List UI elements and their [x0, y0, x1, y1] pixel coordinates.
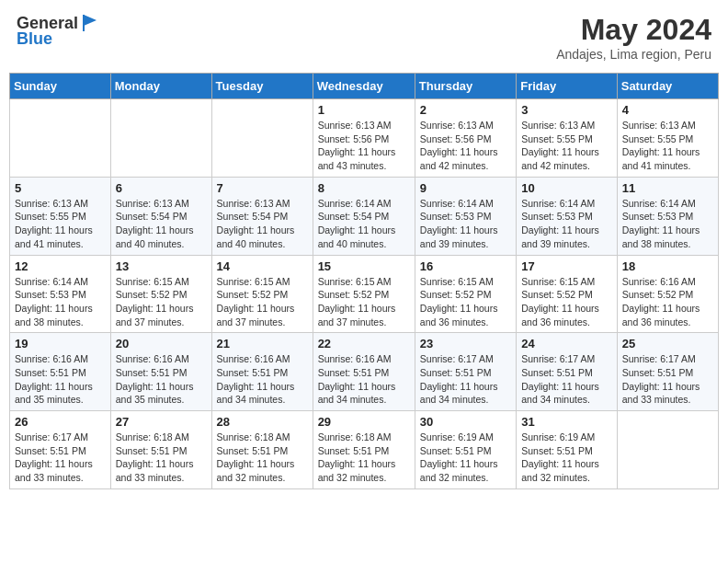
cell-date-number: 16	[420, 259, 511, 273]
cell-daylight: Daylight: 11 hours and 37 minutes.	[318, 302, 410, 328]
calendar-cell: 15 Sunrise: 6:15 AM Sunset: 5:52 PM Dayl…	[313, 255, 415, 333]
svg-marker-0	[84, 15, 97, 26]
cell-date-number: 6	[116, 181, 207, 195]
header-monday: Monday	[110, 74, 211, 99]
cell-date-number: 15	[318, 259, 410, 273]
cell-date-number: 14	[217, 259, 308, 273]
cell-sunrise: Sunrise: 6:19 AM	[420, 431, 511, 444]
cell-daylight: Daylight: 11 hours and 34 minutes.	[420, 380, 511, 407]
cell-daylight: Daylight: 11 hours and 40 minutes.	[217, 224, 308, 250]
header-saturday: Saturday	[617, 74, 718, 99]
cell-sunrise: Sunrise: 6:17 AM	[15, 431, 106, 444]
cell-date-number: 22	[318, 337, 410, 350]
cell-sunset: Sunset: 5:51 PM	[420, 366, 511, 380]
cell-sunrise: Sunrise: 6:15 AM	[217, 275, 308, 289]
cell-date-number: 10	[521, 181, 612, 195]
cell-sunset: Sunset: 5:51 PM	[15, 444, 106, 458]
cell-sunrise: Sunrise: 6:18 AM	[318, 431, 410, 444]
calendar-cell: 25 Sunrise: 6:17 AM Sunset: 5:51 PM Dayl…	[617, 333, 718, 411]
cell-date-number: 27	[116, 415, 207, 429]
cell-date-number: 25	[622, 337, 713, 350]
cell-sunrise: Sunrise: 6:13 AM	[622, 119, 713, 132]
cell-sunrise: Sunrise: 6:16 AM	[318, 352, 410, 366]
cell-date-number: 17	[521, 259, 612, 273]
cell-date-number: 5	[15, 181, 106, 195]
cell-sunset: Sunset: 5:55 PM	[15, 210, 106, 224]
cell-daylight: Daylight: 11 hours and 42 minutes.	[420, 145, 511, 172]
calendar-cell: 5 Sunrise: 6:13 AM Sunset: 5:55 PM Dayli…	[10, 177, 111, 255]
cell-sunset: Sunset: 5:51 PM	[420, 444, 511, 458]
location-subtitle: Andajes, Lima region, Peru	[556, 47, 711, 62]
cell-sunset: Sunset: 5:55 PM	[622, 132, 713, 146]
cell-sunrise: Sunrise: 6:15 AM	[116, 275, 207, 289]
cell-date-number: 11	[622, 181, 713, 195]
cell-daylight: Daylight: 11 hours and 34 minutes.	[521, 380, 612, 407]
cell-daylight: Daylight: 11 hours and 32 minutes.	[318, 457, 410, 484]
cell-sunrise: Sunrise: 6:15 AM	[420, 275, 511, 289]
cell-sunrise: Sunrise: 6:15 AM	[521, 275, 612, 289]
cell-date-number: 24	[521, 337, 612, 350]
calendar-cell: 22 Sunrise: 6:16 AM Sunset: 5:51 PM Dayl…	[313, 333, 415, 411]
cell-daylight: Daylight: 11 hours and 38 minutes.	[15, 302, 106, 328]
cell-sunrise: Sunrise: 6:14 AM	[318, 197, 410, 211]
cell-daylight: Daylight: 11 hours and 34 minutes.	[217, 380, 308, 407]
calendar-week-4: 19 Sunrise: 6:16 AM Sunset: 5:51 PM Dayl…	[10, 333, 719, 411]
cell-sunrise: Sunrise: 6:16 AM	[622, 275, 713, 289]
cell-date-number: 4	[622, 103, 713, 117]
cell-daylight: Daylight: 11 hours and 39 minutes.	[420, 224, 511, 250]
cell-sunrise: Sunrise: 6:18 AM	[217, 431, 308, 444]
calendar-cell: 13 Sunrise: 6:15 AM Sunset: 5:52 PM Dayl…	[110, 255, 211, 333]
cell-sunset: Sunset: 5:51 PM	[217, 444, 308, 458]
calendar-table: Sunday Monday Tuesday Wednesday Thursday…	[9, 73, 719, 489]
cell-date-number: 21	[217, 337, 308, 350]
cell-date-number: 2	[420, 103, 511, 117]
cell-sunrise: Sunrise: 6:17 AM	[521, 352, 612, 366]
cell-daylight: Daylight: 11 hours and 32 minutes.	[521, 457, 612, 484]
cell-date-number: 9	[420, 181, 511, 195]
logo-flag-icon	[80, 13, 100, 33]
cell-sunrise: Sunrise: 6:18 AM	[116, 431, 207, 444]
cell-daylight: Daylight: 11 hours and 41 minutes.	[15, 224, 106, 250]
cell-daylight: Daylight: 11 hours and 40 minutes.	[116, 224, 207, 250]
cell-daylight: Daylight: 11 hours and 36 minutes.	[622, 302, 713, 328]
calendar-cell: 8 Sunrise: 6:14 AM Sunset: 5:54 PM Dayli…	[313, 177, 415, 255]
calendar-cell: 3 Sunrise: 6:13 AM Sunset: 5:55 PM Dayli…	[517, 99, 618, 178]
cell-sunset: Sunset: 5:51 PM	[318, 366, 410, 380]
cell-sunset: Sunset: 5:56 PM	[420, 132, 511, 146]
cell-sunrise: Sunrise: 6:15 AM	[318, 275, 410, 289]
calendar-cell: 16 Sunrise: 6:15 AM Sunset: 5:52 PM Dayl…	[415, 255, 516, 333]
cell-date-number: 30	[420, 415, 511, 429]
calendar-cell: 21 Sunrise: 6:16 AM Sunset: 5:51 PM Dayl…	[211, 333, 313, 411]
cell-sunset: Sunset: 5:54 PM	[318, 210, 410, 224]
cell-date-number: 23	[420, 337, 511, 350]
cell-daylight: Daylight: 11 hours and 39 minutes.	[521, 224, 612, 250]
calendar-cell	[110, 99, 211, 178]
calendar-cell	[211, 99, 313, 178]
cell-daylight: Daylight: 11 hours and 32 minutes.	[217, 457, 308, 484]
cell-sunrise: Sunrise: 6:17 AM	[622, 352, 713, 366]
calendar-cell: 10 Sunrise: 6:14 AM Sunset: 5:53 PM Dayl…	[517, 177, 618, 255]
cell-daylight: Daylight: 11 hours and 35 minutes.	[15, 380, 106, 407]
cell-sunset: Sunset: 5:53 PM	[420, 210, 511, 224]
calendar-cell: 12 Sunrise: 6:14 AM Sunset: 5:53 PM Dayl…	[10, 255, 111, 333]
calendar-cell: 6 Sunrise: 6:13 AM Sunset: 5:54 PM Dayli…	[110, 177, 211, 255]
cell-sunset: Sunset: 5:52 PM	[420, 288, 511, 302]
cell-date-number: 29	[318, 415, 410, 429]
cell-sunset: Sunset: 5:54 PM	[217, 210, 308, 224]
header-thursday: Thursday	[415, 74, 516, 99]
calendar-week-5: 26 Sunrise: 6:17 AM Sunset: 5:51 PM Dayl…	[10, 411, 719, 489]
calendar-cell	[617, 411, 718, 489]
cell-sunset: Sunset: 5:56 PM	[318, 132, 410, 146]
cell-sunrise: Sunrise: 6:13 AM	[521, 119, 612, 132]
cell-daylight: Daylight: 11 hours and 33 minutes.	[622, 380, 713, 407]
cell-date-number: 28	[217, 415, 308, 429]
cell-sunset: Sunset: 5:52 PM	[217, 288, 308, 302]
cell-sunrise: Sunrise: 6:16 AM	[15, 352, 106, 366]
cell-sunrise: Sunrise: 6:19 AM	[521, 431, 612, 444]
cell-sunrise: Sunrise: 6:16 AM	[217, 352, 308, 366]
cell-date-number: 26	[15, 415, 106, 429]
calendar-cell: 29 Sunrise: 6:18 AM Sunset: 5:51 PM Dayl…	[313, 411, 415, 489]
cell-sunset: Sunset: 5:51 PM	[521, 366, 612, 380]
cell-sunset: Sunset: 5:53 PM	[15, 288, 106, 302]
cell-daylight: Daylight: 11 hours and 41 minutes.	[622, 145, 713, 172]
